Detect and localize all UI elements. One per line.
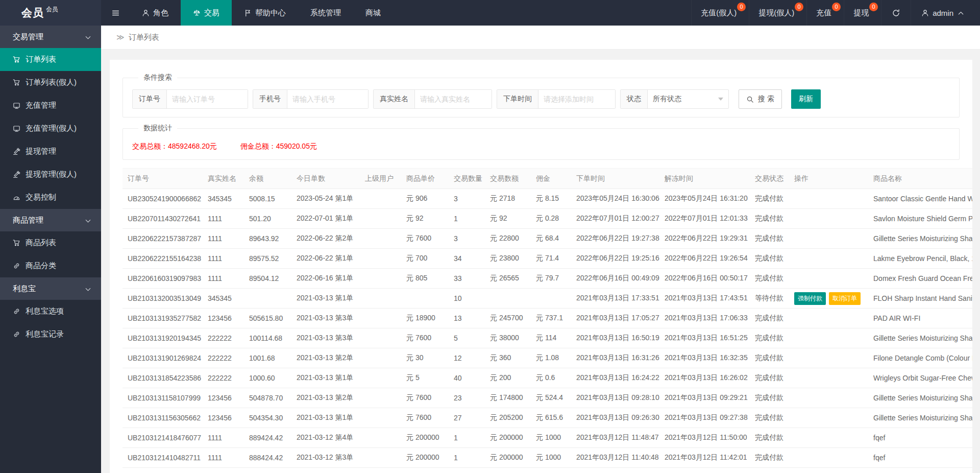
- cell-actions: 强制付款取消订单: [789, 289, 868, 309]
- sidebar-item[interactable]: 利息宝记录: [0, 323, 101, 346]
- sidebar-group-label: 商品管理: [13, 216, 43, 225]
- cell-unit_price: 元 7600: [401, 468, 449, 473]
- cell-status: 完成付款: [750, 468, 789, 473]
- top-menu-item[interactable]: 系统管理: [298, 0, 353, 26]
- cell-status: 完成付款: [750, 388, 789, 408]
- cell-unit_price: 元 92: [401, 209, 449, 229]
- cell-unit_price: 元 200000: [401, 428, 449, 448]
- sidebar-item-label: 利息宝记录: [26, 329, 64, 339]
- refresh-button[interactable]: 刷新: [791, 89, 821, 109]
- cell-unfreeze_time: 2021年03月13日 09:27:38: [659, 408, 750, 428]
- cell-today_count: 2023-05-24 第1单: [291, 189, 360, 209]
- top-menu-item[interactable]: 角色: [130, 0, 181, 26]
- top-navbar: 会员 会员 角色交易帮助中心系统管理商城 充值(假人)0提现(假人)0充值0提现…: [0, 0, 980, 26]
- cell-actions: [789, 309, 868, 328]
- cell-unit_price: 元 906: [401, 189, 449, 209]
- cell-real_name: 123456: [203, 388, 244, 408]
- cell-unfreeze_time: 2021年03月13日 16:32:35: [659, 348, 750, 368]
- cell-balance: 501.20: [244, 209, 291, 229]
- column-header: 余额: [244, 169, 291, 189]
- column-header: 下单时间: [571, 169, 659, 189]
- cell-order_no: UB2103131854223586: [122, 368, 203, 388]
- stats-fieldset: 数据统计 交易总额：48592468.20元 佣金总额：459020.05元: [122, 124, 960, 160]
- refresh-icon-button[interactable]: [881, 0, 911, 26]
- cell-actions: [789, 269, 868, 289]
- top-menu-item[interactable]: 商城: [353, 0, 393, 26]
- sidebar-item[interactable]: 充值管理: [0, 94, 101, 117]
- sidebar-item-label: 提现管理: [26, 147, 56, 156]
- top-quick-link[interactable]: 充值0: [806, 0, 844, 26]
- sidebar-item[interactable]: 充值管理(假人): [0, 117, 101, 140]
- sidebar-item[interactable]: 商品分类: [0, 254, 101, 277]
- cell-balance: 887424.42: [244, 468, 291, 473]
- field-label: 真实姓名: [374, 90, 415, 108]
- sidebar-item[interactable]: 商品列表: [0, 231, 101, 254]
- cell-qty: 1: [449, 209, 485, 229]
- cell-unfreeze_time: 2021年03月13日 17:43:51: [659, 289, 750, 309]
- cell-order_no: UB2103131156305662: [122, 408, 203, 428]
- cell-actions: [789, 229, 868, 249]
- cell-order_time: 2021年03月13日 09:26:30: [571, 408, 659, 428]
- sidebar-item[interactable]: 提现管理: [0, 140, 101, 163]
- top-menu-item-label: 交易: [204, 8, 219, 18]
- cell-amount: 元 22800: [485, 229, 531, 249]
- search-fieldset: 条件搜索 订单号手机号真实姓名下单时间状态所有状态搜 索刷新: [122, 73, 960, 117]
- cell-amount: 元 200000: [485, 448, 531, 468]
- cell-real_name: 222222: [203, 348, 244, 368]
- table-row: UB2103131935277582123456505615.802021-03…: [122, 309, 972, 328]
- cell-unit_price: 元 7600: [401, 328, 449, 348]
- top-quick-link[interactable]: 提现0: [844, 0, 881, 26]
- field-input[interactable]: [167, 90, 248, 108]
- sidebar-group-header[interactable]: 商品管理: [0, 209, 101, 231]
- cancel-order-button[interactable]: 取消订单: [829, 292, 861, 305]
- gavel-icon: [13, 148, 20, 155]
- field-input[interactable]: [538, 90, 615, 108]
- cell-unit_price: 元 7600: [401, 229, 449, 249]
- sidebar-item[interactable]: 订单列表: [0, 48, 101, 71]
- status-select[interactable]: 所有状态: [648, 90, 728, 108]
- cell-status: 完成付款: [750, 428, 789, 448]
- field-input[interactable]: [287, 90, 368, 108]
- cell-unit_price: 元 200000: [401, 448, 449, 468]
- cell-commission: 元 1000: [531, 448, 571, 468]
- cell-today_count: 2021-03-12 第4单: [291, 428, 360, 448]
- cell-unfreeze_time: 2021年03月13日 09:29:21: [659, 388, 750, 408]
- column-header: 佣金: [531, 169, 571, 189]
- cell-amount: 元 182400: [485, 468, 531, 473]
- sidebar-item[interactable]: 订单列表(假人): [0, 71, 101, 94]
- search-button[interactable]: 搜 索: [739, 89, 782, 109]
- cell-order_time: 2021年03月13日 16:31:26: [571, 348, 659, 368]
- cell-unfreeze_time: 2021年03月12日 11:50:00: [659, 428, 750, 448]
- brand-logo[interactable]: 会员 会员: [0, 0, 101, 26]
- top-menu-item[interactable]: 交易: [181, 0, 232, 26]
- cell-status: 等待付款: [750, 289, 789, 309]
- sidebar-item[interactable]: 交易控制: [0, 186, 101, 209]
- sidebar-item[interactable]: 利息宝选项: [0, 300, 101, 323]
- cell-parent_user: [360, 428, 401, 448]
- field-input[interactable]: [415, 90, 492, 108]
- sidebar-item-label: 提现管理(假人): [26, 170, 77, 179]
- cell-actions: [789, 328, 868, 348]
- top-menu-item-label: 商城: [365, 8, 381, 18]
- cell-commission: 元 912: [531, 468, 571, 473]
- sidebar-item[interactable]: 提现管理(假人): [0, 163, 101, 186]
- cell-commission: 元 737.1: [531, 309, 571, 328]
- force-pay-button[interactable]: 强制付款: [794, 292, 826, 305]
- cell-parent_user: [360, 368, 401, 388]
- cell-today_count: 2022-06-22 第1单: [291, 249, 360, 269]
- hamburger-menu-icon[interactable]: [101, 0, 130, 26]
- top-menu-item-label: 系统管理: [310, 8, 341, 18]
- table-row: UB2103131156305662123456504354.302021-03…: [122, 408, 972, 428]
- user-menu[interactable]: admin: [911, 0, 980, 26]
- top-menu-item[interactable]: 帮助中心: [232, 0, 298, 26]
- cell-balance: 89504.12: [244, 269, 291, 289]
- top-quick-link[interactable]: 充值(假人)0: [691, 0, 749, 26]
- sidebar-group-header[interactable]: 交易管理: [0, 26, 101, 48]
- cell-unit_price: 元 5: [401, 368, 449, 388]
- cell-actions: [789, 249, 868, 269]
- sidebar-group-header[interactable]: 利息宝: [0, 277, 101, 300]
- cell-actions: [789, 388, 868, 408]
- top-quick-link[interactable]: 提现(假人)0: [749, 0, 806, 26]
- cell-product: Filone Detangle Comb (Colour May: [868, 348, 972, 368]
- stats-line: 交易总额：48592468.20元 佣金总额：459020.05元: [132, 142, 950, 151]
